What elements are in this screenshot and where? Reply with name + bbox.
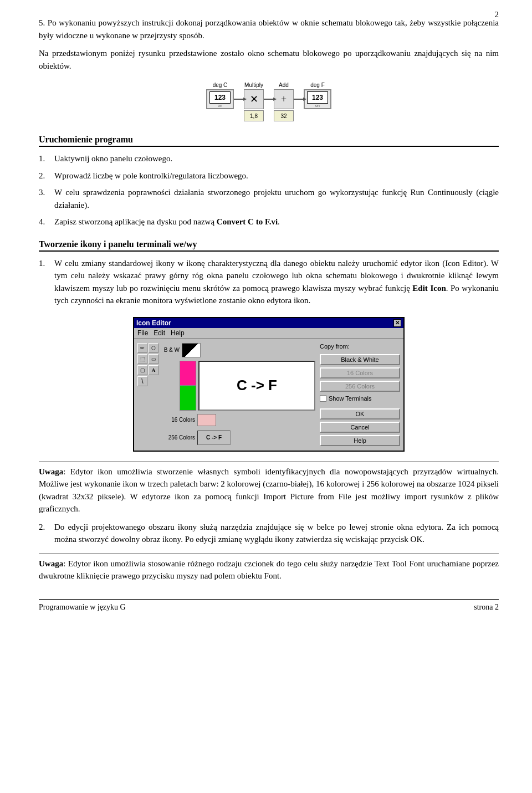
icon-editor-menubar: File Edit Help [134, 328, 403, 339]
section2-list: 1. W celu zmiany standardowej ikony w ik… [39, 257, 499, 307]
deg-f-label: deg F [304, 82, 331, 88]
note2-content: : Edytor ikon umożliwia stosowanie różne… [39, 559, 499, 581]
show-terminals-label: Show Terminals [329, 395, 371, 402]
btn-ok[interactable]: OK [320, 408, 400, 419]
arrow-1: ▶ [234, 99, 244, 100]
note1-label: Uwaga [39, 467, 63, 476]
note1-text: Uwaga: Edytor ikon umożliwia stworzenie … [39, 465, 499, 515]
list-num-s3-1: 2. [39, 521, 54, 546]
canvas-area: B & W C -> F 16 Colors 256 C [163, 343, 315, 446]
tool-line[interactable]: \ [137, 376, 147, 386]
note1-box: Uwaga: Edytor ikon umożliwia stworzenie … [39, 462, 499, 515]
note2-box: Uwaga: Edytor ikon umożliwia stosowanie … [39, 554, 499, 582]
footer-right: strona 2 [474, 603, 499, 612]
tool-row-1: ✏ ⬡ [137, 343, 158, 353]
list-content-3: W celu sprawdzenia poprawności działania… [54, 186, 499, 211]
tool-select[interactable]: ⬚ [137, 354, 147, 364]
block-diagram-container: deg C Multiply Add deg F 123 on ▶ ✕ ▶ [39, 82, 499, 121]
list-content-s3-1: Do edycji projektowanego obszaru ikony s… [54, 521, 499, 546]
bw-palette-preview [182, 343, 201, 357]
colors16-preview [197, 414, 216, 426]
list-item-s3-1: 2. Do edycji projektowanego obszaru ikon… [39, 521, 499, 546]
colors256-canvas[interactable]: C -> F [197, 431, 231, 445]
tool-fill[interactable]: ⬡ [149, 343, 158, 353]
list-item-4: 4. Zapisz stworzoną aplikację na dysku p… [39, 216, 499, 228]
right-panel: Copy from: Black & White 16 Colors 256 C… [320, 343, 400, 446]
btn-256colors[interactable]: 256 Colors [320, 381, 400, 392]
val-18-block: 1,8 [244, 110, 264, 121]
tool-row-3: ▢ A [137, 365, 158, 375]
list-num-1: 1. [39, 152, 54, 165]
list-item-2: 2. Wprowadź liczbę w pole kontrolki/regu… [39, 170, 499, 182]
show-terminals-checkbox[interactable] [320, 395, 326, 402]
bw-row: B & W [163, 343, 315, 357]
list-num-3: 3. [39, 186, 54, 211]
deg-c-label: deg C [206, 82, 234, 88]
tools-panel: ✏ ⬡ ⬚ ▭ ▢ A \ [137, 343, 158, 446]
color-strips [180, 361, 196, 411]
footer: Programowanie w języku G strona 2 [39, 599, 499, 612]
menu-help[interactable]: Help [171, 329, 185, 337]
action-buttons: OK Cancel Help [320, 408, 400, 446]
val-32-block: 32 [274, 110, 294, 121]
arrow-2: ▶ [264, 99, 274, 100]
list-content-s2-1: W celu zmiany standardowej ikony w ikonę… [54, 257, 499, 307]
multiply-block: ✕ [244, 89, 264, 109]
btn-cancel[interactable]: Cancel [320, 422, 400, 433]
block-diagram: deg C Multiply Add deg F 123 on ▶ ✕ ▶ [39, 82, 499, 121]
canvas-main-row: C -> F [163, 361, 315, 411]
tool-rect[interactable]: ▢ [137, 365, 147, 375]
list-num-2: 2. [39, 170, 54, 182]
icon-editor-titlebar: Icon Editor ✕ [134, 318, 403, 328]
list-item-1: 1. Uaktywnij okno panelu czołowego. [39, 152, 499, 165]
list-item-3: 3. W celu sprawdzenia poprawności działa… [39, 186, 499, 211]
output-num-block: 123 on [304, 89, 331, 109]
list-num-s2-1: 1. [39, 257, 54, 307]
main-canvas[interactable]: C -> F [198, 361, 315, 411]
menu-edit[interactable]: Edit [154, 329, 165, 337]
note1-content: : Edytor ikon umożliwia stworzenie własn… [39, 467, 499, 514]
show-terminals-row: Show Terminals [320, 395, 400, 402]
tool-text[interactable]: A [149, 365, 158, 375]
bw-label: B & W [163, 347, 180, 353]
page-number: 2 [495, 10, 499, 19]
copy-from-label: Copy from: [320, 343, 400, 350]
list-num-4: 4. [39, 216, 54, 228]
tool-pencil[interactable]: ✏ [137, 343, 147, 353]
section1-heading: Uruchomienie programu [39, 135, 499, 147]
icon-editor-title: Icon Editor [136, 319, 171, 327]
input-num-block: 123 on [206, 89, 234, 109]
intro-paragraph-2: Na przedstawionym poniżej rysunku przeds… [39, 47, 499, 72]
add-label: Add [274, 82, 294, 88]
add-block: + [274, 89, 294, 109]
list-content-1: Uaktywnij okno panelu czołowego. [54, 152, 499, 165]
colors16-row: 16 Colors [163, 414, 315, 426]
section3-list: 2. Do edycji projektowanego obszaru ikon… [39, 521, 499, 546]
icon-editor-window: Icon Editor ✕ File Edit Help ✏ ⬡ ⬚ ▭ ▢ A… [133, 317, 405, 452]
multiply-label: Multiply [244, 82, 264, 88]
icon-editor-body: ✏ ⬡ ⬚ ▭ ▢ A \ B & W [134, 339, 403, 451]
menu-file[interactable]: File [137, 329, 148, 337]
colors256-row: 256 Colors C -> F [163, 431, 315, 445]
list-content-2: Wprowadź liczbę w pole kontrolki/regulat… [54, 170, 499, 182]
note2-text: Uwaga: Edytor ikon umożliwia stosowanie … [39, 557, 499, 582]
tool-row-2: ⬚ ▭ [137, 354, 158, 364]
note2-label: Uwaga [39, 559, 63, 568]
list-content-4: Zapisz stworzoną aplikację na dysku pod … [54, 216, 499, 228]
arrow-3: ▶ [294, 99, 304, 100]
icon-editor-close-btn[interactable]: ✕ [393, 319, 401, 327]
colors256-label: 256 Colors [163, 434, 195, 441]
color-strip-pink [180, 361, 196, 386]
color-strip-green [180, 386, 196, 411]
footer-left: Programowanie w języku G [39, 603, 126, 612]
intro-paragraph-1: 5. Po wykonaniu powyższych instrukcji do… [39, 17, 499, 42]
btn-black-white[interactable]: Black & White [320, 354, 400, 365]
tool-row-4: \ [137, 376, 158, 386]
btn-16colors[interactable]: 16 Colors [320, 367, 400, 378]
tool-eraser[interactable]: ▭ [149, 354, 158, 364]
btn-help[interactable]: Help [320, 435, 400, 446]
section1-list: 1. Uaktywnij okno panelu czołowego. 2. W… [39, 152, 499, 228]
section2-heading: Tworzenie ikony i panelu terminali we/wy [39, 239, 499, 252]
list-item-s2-1: 1. W celu zmiany standardowej ikony w ik… [39, 257, 499, 307]
colors16-label: 16 Colors [163, 417, 195, 423]
